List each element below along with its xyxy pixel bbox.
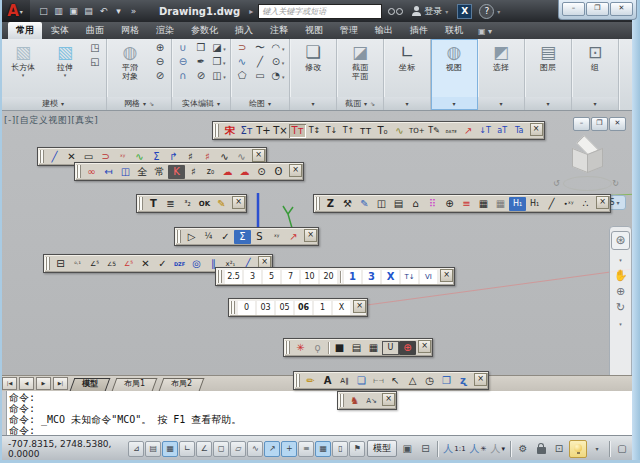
status-menu-arrow[interactable]: ▾ <box>589 441 605 457</box>
panel-launcher-icon[interactable]: ⇘ <box>370 100 375 107</box>
text-format-toolbar-button[interactable]: Tᴛ <box>289 124 306 138</box>
toolbar-drag-handle[interactable] <box>45 257 51 270</box>
panel-label-mesh[interactable]: 网格▾⇘ <box>107 97 171 110</box>
modeling-tool-button[interactable]: ◱ <box>87 55 103 69</box>
transparency-toolbar[interactable]: 00305061X× <box>228 298 368 317</box>
annotation-scale-button[interactable]: 人1:1 <box>442 441 466 457</box>
solid-editing-tool-button[interactable]: ⊖ <box>175 55 191 69</box>
draw-tool-button[interactable]: ◠ ▾ <box>270 41 286 55</box>
layout-tools-toolbar-button[interactable]: H₁ <box>509 197 526 211</box>
annotation-toolbar-button[interactable]: A <box>319 374 336 388</box>
modify-big-button[interactable]: ❏修改 <box>293 41 333 72</box>
markup-toolbar-button[interactable]: ▷ <box>183 230 200 244</box>
ribbon-tab-曲面[interactable]: 曲面 <box>78 22 112 39</box>
transparency-toggle[interactable]: ▦ <box>315 441 331 457</box>
toolbar-close-icon[interactable]: × <box>474 373 487 386</box>
dimension-toolbar-button[interactable]: ✕ <box>137 257 154 271</box>
text-editor-toolbar-button[interactable]: ✎ <box>213 197 230 211</box>
draw-tool-button[interactable]: ╱ <box>252 55 268 69</box>
display-toolbar-button[interactable]: ☁ <box>236 165 253 179</box>
layout-tools-toolbar-button[interactable]: ⚒ <box>339 197 356 211</box>
exchange-apps-icon[interactable]: X <box>457 4 472 19</box>
dimension-toolbar-button[interactable]: DZF <box>171 257 188 271</box>
toolbar-lock-button[interactable] <box>533 441 549 457</box>
model-space-button[interactable]: 模型 <box>367 440 397 457</box>
minimize-button[interactable]: – <box>562 2 585 16</box>
annotation-toolbar-button[interactable]: ʐ <box>455 374 472 388</box>
modeling-tool-button[interactable]: ◳ <box>87 41 103 55</box>
toolbar-drag-handle[interactable] <box>214 124 220 137</box>
toolbar-drag-handle[interactable] <box>76 165 82 178</box>
ribbon-tab-输出[interactable]: 输出 <box>367 22 401 39</box>
lineweight-toolbar-button[interactable]: 20 <box>320 270 337 284</box>
ribbon-tab-渲染[interactable]: 渲染 <box>148 22 182 39</box>
auto-annotation-button[interactable]: 人▾ <box>489 441 506 457</box>
search-input[interactable]: 键入关键字或短语 <box>258 4 382 19</box>
help-button[interactable]: ? <box>479 4 494 19</box>
text-editor-toolbar-button[interactable]: ³₂ <box>179 197 196 211</box>
clean-screen-button[interactable]: ▢ <box>614 441 630 457</box>
text-format-toolbar-button[interactable]: ∿ <box>391 124 408 138</box>
doc-close-button[interactable]: ✕ <box>609 117 626 131</box>
modeling-big-button[interactable]: ▧长方体▾ <box>3 41 43 78</box>
groups-big-button[interactable]: ⊡组 <box>575 41 615 72</box>
draw-tool-button[interactable]: ⬠ <box>234 69 250 83</box>
command-window[interactable]: 命令:命令:命令: _MCO 未知命令"MCO"。 按 F1 查看帮助。命令: <box>0 390 640 435</box>
panel-label-modeling[interactable]: 建模▾ <box>0 97 106 110</box>
solid-editing-tool-button[interactable]: ◫ ▾ <box>211 69 227 83</box>
annotation-toolbar[interactable]: ✏AA‖❏⊢⊣↖△◷❐ʐ× <box>293 371 489 390</box>
object-snap-toggle[interactable]: ◻ <box>213 441 229 457</box>
panel-label-view[interactable]: ▾ <box>431 97 477 110</box>
layout-tools-toolbar-button[interactable]: ∙ˣʸ <box>560 197 577 211</box>
render-light-toolbar-button[interactable]: ▤ <box>348 341 365 355</box>
tab-bar-extra-icon[interactable]: ▣ ▾ <box>472 27 498 39</box>
render-toolbar-button[interactable]: A↘ <box>363 394 380 408</box>
lineweight-toolbar-button[interactable]: 3 <box>244 270 261 284</box>
text-format-toolbar-button[interactable]: 宋 <box>221 124 238 138</box>
quick-view-layouts-button[interactable]: ▣ <box>399 441 415 457</box>
layout-tools-toolbar-button[interactable]: Z <box>322 197 339 211</box>
panel-label-modify[interactable]: ▾ <box>290 97 336 110</box>
panel-label-solid-editing[interactable]: 实体编辑▾ <box>172 97 230 110</box>
quick-view-drawings-button[interactable]: ⊟ <box>417 441 433 457</box>
view-big-button[interactable]: ◍视图 <box>434 41 474 72</box>
display-toolbar-button[interactable]: z₀ <box>202 165 219 179</box>
display-toolbar-button[interactable]: ♯ <box>185 165 202 179</box>
layout-tools-toolbar-button[interactable]: ∴ <box>577 197 594 211</box>
toolbar-close-icon[interactable]: × <box>304 229 317 242</box>
annotation-toolbar-button[interactable]: ↖ <box>387 374 404 388</box>
transparency-toolbar-button[interactable]: X <box>333 301 350 315</box>
solid-editing-tool-button[interactable]: ∪ <box>175 41 191 55</box>
transparency-toolbar-button[interactable]: 03 <box>257 301 274 315</box>
markup-toolbar[interactable]: ▷¼✓ΣSˣʸ↗× <box>174 227 319 246</box>
plot-button[interactable]: ▤ <box>82 4 95 18</box>
render-light-toolbar-button[interactable]: ✳ <box>292 341 309 355</box>
layout-tools-toolbar-button[interactable]: ▦ <box>492 197 509 211</box>
text-editor-toolbar-button[interactable]: T <box>145 197 162 211</box>
annotation-visibility-button[interactable]: 人✳ <box>469 441 488 457</box>
display-toolbar-button[interactable]: ʘ <box>270 165 287 179</box>
zoom-button[interactable]: ⊕ <box>616 286 625 298</box>
panel-label-groups[interactable]: ▾ <box>572 97 618 110</box>
panel-label-selection[interactable]: ▾ <box>478 97 524 110</box>
mesh-tool-button[interactable]: ⊖ <box>152 55 168 69</box>
text-format-toolbar-button[interactable]: T↑ <box>340 124 357 138</box>
toolbar-drag-handle[interactable] <box>138 197 144 210</box>
isolate-objects-button[interactable] <box>569 440 587 458</box>
layout-tab-模型[interactable]: 模型 <box>70 377 110 391</box>
grid-display-toggle[interactable]: ▦ <box>162 441 178 457</box>
display-toolbar-button[interactable]: ◫ <box>117 165 134 179</box>
ribbon-tab-常用[interactable]: 常用 <box>8 22 42 39</box>
lineweight-toolbar-button[interactable]: 10 <box>301 270 318 284</box>
toolbar-close-icon[interactable]: × <box>530 123 543 136</box>
layout-tools-toolbar[interactable]: Z⚒✎◫▤⌂⠿⊕≡▦▦H₁H₁╱∙ˣʸ∴× <box>313 194 611 213</box>
layout-tools-toolbar-button[interactable]: ▤ <box>390 197 407 211</box>
text-format-toolbar-button[interactable]: T↕ <box>306 124 323 138</box>
layout-nav-button[interactable]: |◀ <box>2 377 17 390</box>
selection-big-button[interactable]: ◩选择 <box>481 41 521 72</box>
toolbar-close-icon[interactable]: × <box>596 196 609 209</box>
object-snap-tracking-toggle[interactable]: ∿ <box>247 441 263 457</box>
text-editor-toolbar-button[interactable]: OK <box>196 197 213 211</box>
text-format-toolbar-button[interactable]: aT <box>494 124 511 138</box>
toolbar-close-icon[interactable]: × <box>232 196 245 209</box>
